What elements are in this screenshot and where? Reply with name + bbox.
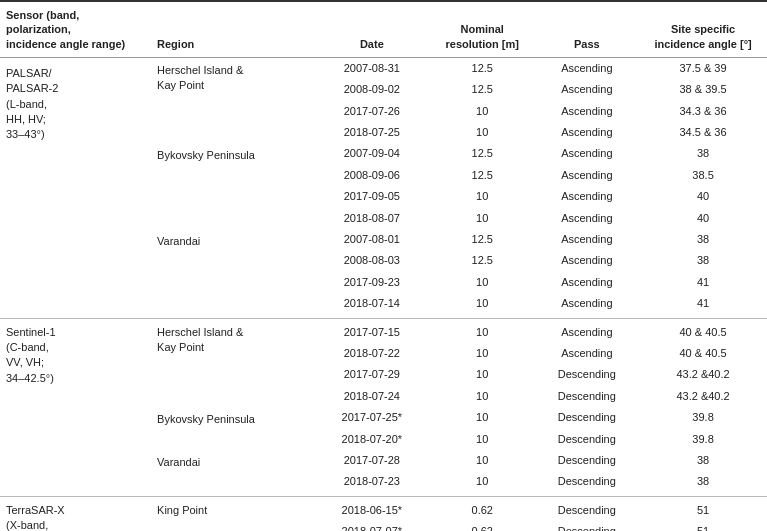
resolution-cell: 10 xyxy=(430,343,535,364)
table-row: TerraSAR-X(X-band,HH;19–53°)King Point20… xyxy=(0,496,767,521)
date-cell: 2018-08-07 xyxy=(314,208,430,229)
pass-cell: Ascending xyxy=(535,79,640,100)
pass-cell: Ascending xyxy=(535,208,640,229)
angle-cell: 40 xyxy=(639,186,767,207)
pass-cell: Descending xyxy=(535,364,640,385)
region-cell: King Point xyxy=(151,496,314,531)
pass-cell: Descending xyxy=(535,521,640,531)
table-header-row: Sensor (band, polarization,incidence ang… xyxy=(0,1,767,57)
sensor-cell: PALSAR/PALSAR-2(L-band,HH, HV;33–43°) xyxy=(0,57,151,318)
pass-cell: Ascending xyxy=(535,143,640,164)
angle-cell: 40 xyxy=(639,208,767,229)
header-angle: Site specificincidence angle [°] xyxy=(639,1,767,57)
pass-cell: Ascending xyxy=(535,250,640,271)
region-cell: Bykovsky Peninsula xyxy=(151,407,314,450)
date-cell: 2007-09-04 xyxy=(314,143,430,164)
pass-cell: Ascending xyxy=(535,57,640,79)
resolution-cell: 12.5 xyxy=(430,143,535,164)
date-cell: 2008-09-02 xyxy=(314,79,430,100)
header-date: Date xyxy=(314,1,430,57)
data-table: Sensor (band, polarization,incidence ang… xyxy=(0,0,767,531)
date-cell: 2017-07-15 xyxy=(314,318,430,343)
angle-cell: 40 & 40.5 xyxy=(639,343,767,364)
angle-cell: 37.5 & 39 xyxy=(639,57,767,79)
date-cell: 2017-07-25* xyxy=(314,407,430,428)
date-cell: 2007-08-01 xyxy=(314,229,430,250)
date-cell: 2018-07-14 xyxy=(314,293,430,318)
header-region: Region xyxy=(151,1,314,57)
angle-cell: 38.5 xyxy=(639,165,767,186)
date-cell: 2008-08-03 xyxy=(314,250,430,271)
pass-cell: Descending xyxy=(535,407,640,428)
resolution-cell: 10 xyxy=(430,318,535,343)
header-pass: Pass xyxy=(535,1,640,57)
region-cell: Varandai xyxy=(151,450,314,496)
date-cell: 2017-09-23 xyxy=(314,272,430,293)
resolution-cell: 10 xyxy=(430,450,535,471)
pass-cell: Ascending xyxy=(535,318,640,343)
table-row: Sentinel-1(C-band,VV, VH;34–42.5°)Hersch… xyxy=(0,318,767,343)
angle-cell: 40 & 40.5 xyxy=(639,318,767,343)
resolution-cell: 0.62 xyxy=(430,521,535,531)
resolution-cell: 12.5 xyxy=(430,165,535,186)
resolution-cell: 10 xyxy=(430,471,535,496)
date-cell: 2017-09-05 xyxy=(314,186,430,207)
resolution-cell: 12.5 xyxy=(430,250,535,271)
main-table-container: Sensor (band, polarization,incidence ang… xyxy=(0,0,767,531)
pass-cell: Descending xyxy=(535,450,640,471)
region-cell: Herschel Island &Kay Point xyxy=(151,57,314,143)
resolution-cell: 10 xyxy=(430,364,535,385)
pass-cell: Ascending xyxy=(535,122,640,143)
sensor-cell: TerraSAR-X(X-band,HH;19–53°) xyxy=(0,496,151,531)
resolution-cell: 12.5 xyxy=(430,57,535,79)
sensor-cell: Sentinel-1(C-band,VV, VH;34–42.5°) xyxy=(0,318,151,496)
resolution-cell: 10 xyxy=(430,386,535,407)
resolution-cell: 12.5 xyxy=(430,79,535,100)
angle-cell: 39.8 xyxy=(639,407,767,428)
angle-cell: 41 xyxy=(639,293,767,318)
date-cell: 2018-07-20* xyxy=(314,429,430,450)
pass-cell: Descending xyxy=(535,386,640,407)
angle-cell: 34.3 & 36 xyxy=(639,101,767,122)
date-cell: 2018-07-22 xyxy=(314,343,430,364)
pass-cell: Ascending xyxy=(535,165,640,186)
angle-cell: 51 xyxy=(639,496,767,521)
resolution-cell: 12.5 xyxy=(430,229,535,250)
resolution-cell: 0.62 xyxy=(430,496,535,521)
pass-cell: Ascending xyxy=(535,186,640,207)
region-cell: Herschel Island &Kay Point xyxy=(151,318,314,407)
date-cell: 2017-07-26 xyxy=(314,101,430,122)
angle-cell: 34.5 & 36 xyxy=(639,122,767,143)
angle-cell: 38 xyxy=(639,450,767,471)
date-cell: 2018-07-24 xyxy=(314,386,430,407)
resolution-cell: 10 xyxy=(430,293,535,318)
angle-cell: 51 xyxy=(639,521,767,531)
date-cell: 2018-07-25 xyxy=(314,122,430,143)
resolution-cell: 10 xyxy=(430,186,535,207)
pass-cell: Ascending xyxy=(535,343,640,364)
pass-cell: Descending xyxy=(535,429,640,450)
date-cell: 2008-09-06 xyxy=(314,165,430,186)
resolution-cell: 10 xyxy=(430,407,535,428)
angle-cell: 41 xyxy=(639,272,767,293)
date-cell: 2017-07-28 xyxy=(314,450,430,471)
resolution-cell: 10 xyxy=(430,208,535,229)
resolution-cell: 10 xyxy=(430,429,535,450)
pass-cell: Ascending xyxy=(535,229,640,250)
angle-cell: 43.2 &40.2 xyxy=(639,364,767,385)
header-sensor: Sensor (band, polarization,incidence ang… xyxy=(0,1,151,57)
header-resolution: Nominalresolution [m] xyxy=(430,1,535,57)
resolution-cell: 10 xyxy=(430,101,535,122)
angle-cell: 38 xyxy=(639,229,767,250)
region-cell: Varandai xyxy=(151,229,314,318)
table-row: PALSAR/PALSAR-2(L-band,HH, HV;33–43°)Her… xyxy=(0,57,767,79)
date-cell: 2018-06-15* xyxy=(314,496,430,521)
angle-cell: 38 xyxy=(639,143,767,164)
angle-cell: 38 xyxy=(639,250,767,271)
date-cell: 2017-07-29 xyxy=(314,364,430,385)
resolution-cell: 10 xyxy=(430,272,535,293)
angle-cell: 43.2 &40.2 xyxy=(639,386,767,407)
angle-cell: 39.8 xyxy=(639,429,767,450)
region-cell: Bykovsky Peninsula xyxy=(151,143,314,229)
pass-cell: Descending xyxy=(535,471,640,496)
